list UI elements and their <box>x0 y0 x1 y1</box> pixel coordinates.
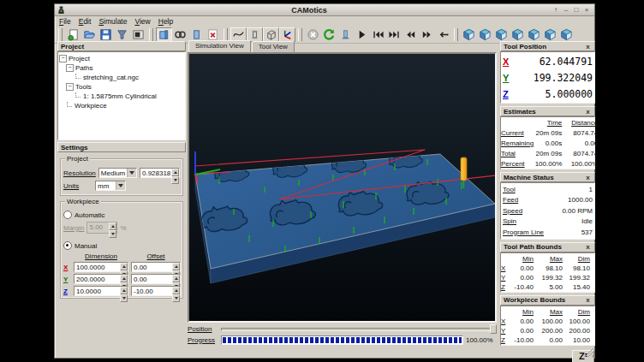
resolution-number-spinner[interactable]: 0.928318 <box>140 168 180 178</box>
maximize-button[interactable]: □ <box>571 6 581 15</box>
tree-item-tools[interactable]: −Tools <box>59 82 184 92</box>
units-select[interactable]: mm <box>95 181 126 191</box>
spinner-buttons[interactable] <box>172 287 180 295</box>
workpiece-bounds-header[interactable]: Workpiece Bounds x <box>500 295 595 306</box>
close-icon[interactable]: x <box>584 174 592 181</box>
tab-tool-view[interactable]: Tool View <box>252 41 295 52</box>
project-panel-header[interactable]: Project <box>57 41 186 51</box>
close-icon[interactable]: x <box>584 243 592 251</box>
toolbar-handle[interactable] <box>58 28 63 41</box>
menu-help[interactable]: Help <box>158 17 173 27</box>
settings-body: Project Resolution Medium 0.928318 <box>57 152 186 299</box>
manual-dimensions-grid: Dimension Offset X 100.0000 0.00 Y 200.0… <box>63 252 180 296</box>
toggle-wire-button[interactable] <box>172 27 188 42</box>
faster-button[interactable] <box>419 27 435 42</box>
z-dimension-spinner[interactable]: 10.0000 <box>74 286 128 296</box>
begin-button[interactable] <box>370 27 386 42</box>
screenshot-button[interactable] <box>130 27 146 42</box>
y-dimension-spinner[interactable]: 200.0000 <box>74 274 128 284</box>
menu-view[interactable]: View <box>134 17 150 27</box>
view-top-button[interactable] <box>542 27 558 42</box>
minimize-button[interactable]: – <box>561 6 571 15</box>
tree-item-gcode-file[interactable]: stretching_cat.ngc <box>59 73 184 82</box>
view-right-button[interactable] <box>526 27 542 42</box>
z-offset-spinner[interactable]: -10.00 <box>131 286 181 296</box>
open-project-button[interactable] <box>81 27 98 42</box>
view-isometric-button[interactable] <box>461 27 477 42</box>
toggle-axes-button[interactable] <box>279 27 295 42</box>
close-button[interactable]: × <box>581 6 592 15</box>
view-front-button[interactable] <box>477 27 493 42</box>
spinner-buttons[interactable] <box>109 223 116 233</box>
stop-button[interactable] <box>305 27 321 42</box>
current-distance: 8074.74 <box>562 129 598 137</box>
manual-radio[interactable] <box>63 241 72 250</box>
z-dim: 15.40 <box>563 283 590 291</box>
z-dimension-value: 10.0000 <box>75 287 120 295</box>
toolbar-handle[interactable] <box>298 28 302 41</box>
end-button[interactable] <box>386 27 402 42</box>
position-slider[interactable] <box>221 324 497 334</box>
x-dimension-spinner[interactable]: 100.0000 <box>74 262 128 272</box>
optimize-button[interactable] <box>337 27 354 42</box>
tool-position-header[interactable]: Tool Position x <box>500 41 595 51</box>
estimates-header[interactable]: Estimates x <box>500 106 595 116</box>
settings-panel-header[interactable]: Settings <box>57 142 186 152</box>
tab-simulation-view[interactable]: Simulation View <box>188 40 251 52</box>
tool-path-bounds-header[interactable]: Tool Path Bounds x <box>500 242 595 252</box>
play-button[interactable] <box>354 27 370 42</box>
tree-item-paths[interactable]: −Paths <box>59 63 184 73</box>
menu-simulate[interactable]: Simulate <box>98 17 127 27</box>
tree-connector <box>67 102 72 107</box>
tree-item-workpiece[interactable]: Workpiece <box>59 101 184 110</box>
left-dock: Project −Project −Paths stretching_cat.n… <box>57 41 186 302</box>
view-bottom-button[interactable] <box>558 27 575 42</box>
percent-label: Percent <box>501 160 534 168</box>
spinner-buttons[interactable] <box>120 287 128 295</box>
menu-file[interactable]: File <box>59 17 71 27</box>
view-back-button[interactable] <box>493 27 510 42</box>
machine-status-header[interactable]: Machine Status x <box>500 172 595 182</box>
shade-button[interactable]: ↑ <box>551 6 561 15</box>
collapse-icon[interactable]: − <box>66 83 74 91</box>
toggle-bounds-button[interactable] <box>263 27 279 42</box>
toolbar-handle[interactable] <box>149 28 153 41</box>
spinner-buttons[interactable] <box>172 275 180 283</box>
step-back-button[interactable] <box>435 27 451 42</box>
menu-edit[interactable]: Edit <box>79 17 92 27</box>
title-bar[interactable]: CAMotics ↑ – □ × <box>55 4 594 16</box>
close-icon[interactable]: x <box>584 43 592 50</box>
tree-connector <box>75 74 80 79</box>
y-offset-spinner[interactable]: 0.00 <box>131 274 181 284</box>
spinner-buttons[interactable] <box>120 263 128 271</box>
new-project-button[interactable] <box>65 27 81 42</box>
slider-handle[interactable] <box>490 324 497 334</box>
spinner-buttons[interactable] <box>172 263 180 271</box>
toolbar-handle[interactable] <box>224 28 228 41</box>
view-left-button[interactable] <box>510 27 526 42</box>
tree-item-tool-1[interactable]: 1: 1.5875mm Cylindrical <box>59 92 184 101</box>
resolution-select[interactable]: Medium <box>98 168 137 178</box>
collapse-icon[interactable]: − <box>66 64 74 72</box>
toggle-surface-button[interactable] <box>156 27 172 42</box>
reload-button[interactable] <box>321 27 337 42</box>
toolbar-handle[interactable] <box>454 28 458 41</box>
close-icon[interactable]: x <box>584 296 592 304</box>
save-project-button[interactable] <box>98 27 114 42</box>
margin-spinner[interactable]: 5.00 <box>86 222 117 234</box>
spinner-buttons[interactable] <box>120 275 128 283</box>
axes-icon <box>281 28 294 41</box>
export-button[interactable] <box>114 27 130 42</box>
spinner-buttons[interactable] <box>171 169 179 177</box>
z-axis-label: Z <box>63 288 71 295</box>
tree-item-project[interactable]: −Project <box>59 54 184 63</box>
simulation-viewport[interactable] <box>188 52 497 323</box>
automatic-radio[interactable] <box>63 211 72 219</box>
collapse-icon[interactable]: − <box>59 55 67 62</box>
slower-button[interactable] <box>402 27 419 42</box>
project-tree[interactable]: −Project −Paths stretching_cat.ngc −Tool… <box>57 51 186 140</box>
total-distance: 8074.74 <box>562 150 598 157</box>
tool-label: Tool <box>503 186 516 193</box>
close-icon[interactable]: x <box>584 108 592 116</box>
x-offset-spinner[interactable]: 0.00 <box>131 262 181 272</box>
